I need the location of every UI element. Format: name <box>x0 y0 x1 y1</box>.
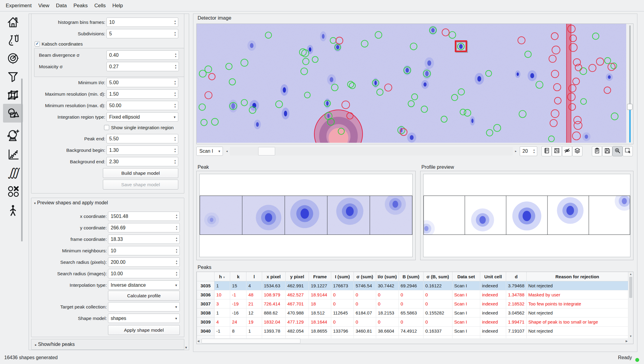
table-cell[interactable]: 1832.04 <box>262 318 285 327</box>
table-cell[interactable]: Shape of peak is too small or large <box>526 318 628 327</box>
peak-end-input[interactable]: 5.50 ▲▼ <box>106 134 178 143</box>
table-cell[interactable]: Scan I <box>452 290 480 299</box>
table-row[interactable]: 3040-1811393.78482.05418.86551337963460.… <box>197 327 628 336</box>
table-row[interactable]: 30381-1612888.62470.98818.5121126456184.… <box>197 308 628 318</box>
save-button[interactable] <box>602 146 612 156</box>
tool-integrate-button[interactable]: ∫∫∫ <box>6 165 20 179</box>
tool-predict-button[interactable] <box>6 128 20 142</box>
table-cell[interactable]: 467.701 <box>285 299 309 308</box>
table-cell[interactable]: Not rejected <box>526 336 628 339</box>
table-cell[interactable]: 0 <box>423 318 452 327</box>
column-header--b-sum-[interactable]: σ (B, sum) <box>423 272 452 281</box>
spinner-buttons[interactable]: ▲▼ <box>174 246 179 255</box>
show-single-region-checkbox[interactable] <box>104 125 109 130</box>
table-cell[interactable]: 18 <box>309 299 331 308</box>
tool-shapes-button[interactable] <box>6 106 20 120</box>
table-cell[interactable]: 1 <box>214 308 230 318</box>
table-cell[interactable]: 0 <box>423 299 452 308</box>
table-cell[interactable]: 462.991 <box>285 281 309 290</box>
table-cell[interactable]: 48 <box>246 290 262 299</box>
table-cell[interactable]: Scan I <box>452 336 480 339</box>
y-coordinate-input[interactable]: 266.69 ▲▼ <box>108 223 180 232</box>
table-cell[interactable]: 0.16122 <box>423 281 452 290</box>
peak-image-strip[interactable] <box>200 196 412 235</box>
x-coordinate-input[interactable]: 1501.48 ▲▼ <box>108 212 180 221</box>
table-cell[interactable]: indexed <box>480 299 506 308</box>
tool-home-button[interactable] <box>6 15 20 29</box>
table-cell[interactable]: 481.233 <box>285 336 309 339</box>
frame-number-input[interactable]: 20 ▲▼ <box>520 146 537 156</box>
table-cell[interactable]: 0 <box>376 318 398 327</box>
table-cell[interactable]: 0 <box>376 290 398 299</box>
tool-scatter-button[interactable] <box>6 147 20 161</box>
scroll-down-arrow[interactable]: ▼ <box>628 335 633 338</box>
table-cell[interactable]: 3460.81 <box>354 327 376 336</box>
spinner-buttons[interactable]: ▲▼ <box>172 78 178 87</box>
table-cell[interactable]: 38.6604 <box>376 327 398 336</box>
table-cell[interactable]: 19.1227 <box>309 281 331 290</box>
menu-item-help[interactable]: Help <box>109 3 126 9</box>
table-cell[interactable]: 3.79468 <box>506 281 526 290</box>
kabsch-coordinates-checkbox[interactable]: ✓ <box>35 41 40 46</box>
table-cell[interactable]: 726.414 <box>262 299 285 308</box>
table-cell[interactable]: Scan I <box>452 308 480 318</box>
min-isigma-input[interactable]: 5.00 ▲▼ <box>106 78 178 87</box>
table-cell[interactable]: 2.18532 <box>506 299 526 308</box>
tool-filter-button[interactable] <box>6 69 20 83</box>
table-row[interactable]: 3039424191832.04477.12918.164400000Scan … <box>197 318 628 327</box>
spinner-buttons[interactable]: ▲▼ <box>172 157 178 166</box>
search-radius-images-input[interactable]: 10.00 ▲▼ <box>108 269 180 278</box>
table-cell[interactable]: 14.1231 <box>376 336 398 339</box>
table-cell[interactable]: 0 <box>423 290 452 299</box>
clipboard-button[interactable] <box>592 146 602 156</box>
table-cell[interactable]: 0.16337 <box>423 327 452 336</box>
scroll-up-arrow[interactable]: ▲ <box>628 273 633 276</box>
spinner-buttons[interactable]: ▲▼ <box>173 62 179 71</box>
table-row[interactable]: 30413-1024687.077481.23319.405188179.562… <box>197 336 628 339</box>
table-cell[interactable]: Masked by user <box>526 290 628 299</box>
table-cell[interactable]: 1.99471 <box>506 318 526 327</box>
menu-item-view[interactable]: View <box>35 3 53 9</box>
table-cell[interactable]: 24 <box>246 336 262 339</box>
table-cell[interactable]: 477.129 <box>285 318 309 327</box>
table-cell[interactable]: 888.62 <box>262 308 285 318</box>
min-resolution-input[interactable]: 50.00 ▲▼ <box>106 101 178 110</box>
table-cell[interactable]: 0 <box>331 318 354 327</box>
table-cell[interactable]: 1 <box>214 281 230 290</box>
background-end-input[interactable]: 2.30 ▲▼ <box>106 157 178 166</box>
table-cell[interactable]: 24 <box>230 318 246 327</box>
table-cell[interactable]: indexed <box>480 281 506 290</box>
build-shape-model-button[interactable]: Build shape model <box>103 168 178 178</box>
table-cell[interactable]: 0 <box>376 299 398 308</box>
subdivisions-input[interactable]: 5 ▲▼ <box>106 29 178 38</box>
target-peak-collection-combobox[interactable]: ▾ <box>108 302 180 311</box>
table-cell[interactable]: 88179.5 <box>331 336 354 339</box>
table-cell[interactable]: -1 <box>214 327 230 336</box>
table-cell[interactable]: 176673 <box>331 281 354 290</box>
table-cell[interactable]: -1 <box>230 290 246 299</box>
spinner-buttons[interactable]: ▲▼ <box>174 269 179 278</box>
column-header-d[interactable]: d <box>506 272 526 281</box>
spinner-buttons[interactable]: ▲▼ <box>172 101 178 110</box>
table-cell[interactable]: 0 <box>398 290 423 299</box>
column-header-frame[interactable]: Frame <box>309 272 331 281</box>
table-cell[interactable]: 69.2946 <box>398 281 423 290</box>
table-cell[interactable]: 462.527 <box>285 290 309 299</box>
select-region-button[interactable] <box>623 146 633 156</box>
max-resolution-input[interactable]: 1.50 ▲▼ <box>106 89 178 99</box>
table-cell[interactable]: 482.054 <box>285 327 309 336</box>
table-cell[interactable]: 0.155282 <box>423 308 452 318</box>
table-cell[interactable]: indexed <box>480 327 506 336</box>
beam-divergence-input[interactable]: 0.40 ▲▼ <box>106 50 179 60</box>
search-radius-pixels-input[interactable]: 200.00 ▲▼ <box>108 257 180 267</box>
table-cell[interactable]: 470.988 <box>285 308 309 318</box>
table-cell[interactable]: 18.512 <box>309 308 331 318</box>
table-cell[interactable]: 18.9144 <box>309 290 331 299</box>
table-cell[interactable]: -16 <box>230 308 246 318</box>
table-cell[interactable]: indexed <box>480 290 506 299</box>
scroll-left-arrow[interactable]: ◀ <box>197 340 199 343</box>
frame-coordinate-input[interactable]: 18.33 ▲▼ <box>108 235 180 244</box>
background-begin-input[interactable]: 1.30 ▲▼ <box>106 145 178 155</box>
table-cell[interactable]: -19 <box>230 299 246 308</box>
histogram-bins-input[interactable]: 10 ▲▼ <box>106 18 178 27</box>
